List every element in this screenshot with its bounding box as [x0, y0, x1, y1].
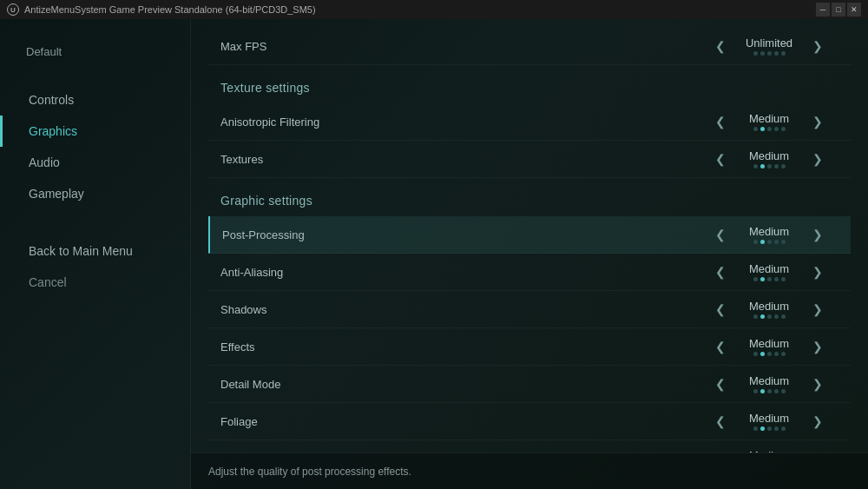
dot-2 — [760, 51, 765, 56]
maximize-button[interactable]: □ — [832, 3, 845, 17]
ue-logo-icon: U — [7, 3, 19, 16]
textures-value: Medium — [739, 149, 799, 162]
shadows-right-arrow[interactable]: ❯ — [808, 300, 827, 319]
sidebar: Default Controls Graphics Audio Gameplay… — [0, 19, 191, 489]
anisotropic-left-arrow[interactable]: ❮ — [711, 112, 730, 131]
anisotropic-value: Medium — [739, 112, 799, 125]
dot-2 — [760, 127, 765, 131]
anti-aliasing-control: ❮ Medium ❯ — [700, 262, 838, 281]
texture-section-header: Texture settings — [208, 65, 851, 103]
textures-label: Textures — [220, 153, 263, 166]
max-fps-control: ❮ Unlimited ❯ — [700, 36, 838, 56]
foliage-label: Foliage — [220, 415, 258, 428]
dot-5 — [781, 51, 786, 56]
post-processing-label: Post-Processing — [222, 228, 305, 241]
window-title: AntizeMenuSystem Game Preview Standalone… — [24, 4, 316, 15]
minimize-button[interactable]: ─ — [816, 3, 830, 17]
title-bar: U AntizeMenuSystem Game Preview Standalo… — [0, 0, 868, 19]
sidebar-default-label: Default — [0, 45, 190, 84]
textures-control: ❮ Medium ❯ — [700, 149, 838, 169]
anti-aliasing-value: Medium — [739, 262, 799, 275]
post-processing-left-arrow[interactable]: ❮ — [711, 225, 730, 244]
dot-1 — [753, 127, 758, 131]
back-to-main-menu-button[interactable]: Back to Main Menu — [0, 235, 190, 267]
anti-aliasing-left-arrow[interactable]: ❮ — [711, 262, 730, 281]
anisotropic-label: Anisotropic Filtering — [220, 116, 319, 129]
post-processing-right-arrow[interactable]: ❯ — [808, 225, 827, 244]
description-bar: Adjust the quality of post processing ef… — [191, 453, 868, 489]
max-fps-label: Max FPS — [220, 40, 266, 53]
close-button[interactable]: ✕ — [847, 3, 861, 17]
dot-5 — [781, 164, 786, 169]
textures-dots — [753, 164, 786, 169]
setting-row-post-processing: Post-Processing ❮ Medium ❯ — [208, 216, 851, 254]
app-body: Default Controls Graphics Audio Gameplay… — [0, 19, 868, 489]
setting-row-detail-mode: Detail Mode ❮ Medium ❯ — [208, 366, 851, 403]
dot-2 — [760, 164, 765, 169]
max-fps-left-arrow[interactable]: ❮ — [711, 36, 730, 56]
graphic-section-header: Graphic settings — [208, 178, 851, 216]
dot-3 — [767, 51, 772, 56]
dot-1 — [753, 51, 758, 56]
effects-right-arrow[interactable]: ❯ — [808, 337, 827, 356]
shadows-label: Shadows — [220, 303, 266, 316]
detail-mode-right-arrow[interactable]: ❯ — [808, 374, 827, 393]
dot-4 — [774, 127, 779, 131]
foliage-right-arrow[interactable]: ❯ — [808, 412, 827, 431]
sidebar-item-graphics[interactable]: Graphics — [0, 116, 190, 147]
max-fps-value: Unlimited — [739, 36, 799, 50]
anisotropic-right-arrow[interactable]: ❯ — [808, 112, 827, 131]
dot-1 — [753, 164, 758, 169]
post-processing-value: Medium — [739, 225, 799, 238]
effects-control: ❮ Medium ❯ — [700, 337, 838, 356]
foliage-left-arrow[interactable]: ❮ — [711, 412, 730, 431]
shadows-control: ❮ Medium ❯ — [700, 300, 838, 319]
detail-mode-label: Detail Mode — [220, 378, 280, 391]
effects-label: Effects — [220, 340, 255, 354]
textures-right-arrow[interactable]: ❯ — [808, 149, 827, 169]
dot-3 — [767, 127, 772, 131]
setting-row-effects: Effects ❮ Medium ❯ — [208, 328, 851, 366]
setting-row-max-fps: Max FPS ❮ Unlimited ❯ — [208, 28, 851, 65]
shadows-left-arrow[interactable]: ❮ — [711, 300, 730, 319]
detail-mode-control: ❮ Medium ❯ — [700, 374, 838, 393]
textures-left-arrow[interactable]: ❮ — [711, 149, 730, 169]
setting-row-shadows: Shadows ❮ Medium ❯ — [208, 291, 851, 328]
post-processing-control: ❮ Medium ❯ — [700, 225, 838, 244]
foliage-value: Medium — [739, 412, 799, 425]
sidebar-item-controls[interactable]: Controls — [0, 84, 190, 116]
setting-row-textures: Textures ❮ Medium ❯ — [208, 141, 851, 178]
detail-mode-left-arrow[interactable]: ❮ — [711, 374, 730, 393]
dot-5 — [781, 127, 786, 131]
title-bar-left: U AntizeMenuSystem Game Preview Standalo… — [7, 3, 316, 16]
content-scroll[interactable]: Max FPS ❮ Unlimited ❯ — [191, 19, 868, 453]
foliage-control: ❮ Medium ❯ — [700, 412, 838, 431]
shadows-value: Medium — [739, 300, 799, 313]
dot-3 — [767, 164, 772, 169]
detail-mode-value: Medium — [739, 374, 799, 387]
dot-4 — [774, 164, 779, 169]
sidebar-item-audio[interactable]: Audio — [0, 147, 190, 178]
setting-row-view-distance: View Distance ❮ Medium ❯ — [208, 440, 851, 453]
main-content: Max FPS ❮ Unlimited ❯ — [191, 19, 868, 489]
anti-aliasing-label: Anti-Aliasing — [220, 266, 283, 279]
setting-row-anisotropic: Anisotropic Filtering ❮ Medium ❯ — [208, 103, 851, 141]
setting-row-foliage: Foliage ❮ Medium ❯ — [208, 403, 851, 440]
max-fps-dots — [753, 51, 786, 56]
dot-4 — [774, 51, 779, 56]
sidebar-item-gameplay[interactable]: Gameplay — [0, 178, 190, 209]
setting-row-anti-aliasing: Anti-Aliasing ❮ Medium ❯ — [208, 254, 851, 291]
anti-aliasing-right-arrow[interactable]: ❯ — [808, 262, 827, 281]
description-text: Adjust the quality of post processing ef… — [208, 466, 411, 478]
anisotropic-control: ❮ Medium ❯ — [700, 112, 838, 131]
max-fps-right-arrow[interactable]: ❯ — [808, 36, 827, 56]
window-controls: ─ □ ✕ — [816, 3, 861, 17]
anisotropic-dots — [753, 127, 786, 131]
effects-value: Medium — [739, 337, 799, 350]
cancel-button[interactable]: Cancel — [0, 267, 190, 298]
max-fps-value-wrap: Unlimited — [739, 36, 799, 56]
effects-left-arrow[interactable]: ❮ — [711, 337, 730, 356]
